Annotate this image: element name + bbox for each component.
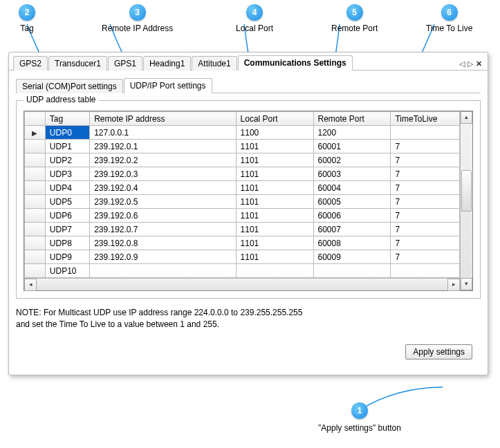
cell-tag[interactable]: UDP0 bbox=[45, 126, 89, 140]
table-row[interactable]: UDP8239.192.0.81101600087 bbox=[25, 236, 460, 250]
cell-ttl[interactable]: 7 bbox=[391, 181, 460, 195]
tab-close-icon[interactable]: ✕ bbox=[476, 59, 482, 68]
apply-settings-button[interactable]: Apply settings bbox=[405, 344, 472, 360]
cell-lport[interactable]: 1101 bbox=[236, 223, 313, 236]
table-row[interactable]: ▶UDP0127.0.0.111001200 bbox=[25, 126, 460, 140]
row-header[interactable] bbox=[25, 264, 46, 278]
cell-ttl[interactable]: 7 bbox=[391, 195, 460, 209]
row-header[interactable] bbox=[25, 195, 46, 209]
udp-table[interactable]: Tag Remote IP address Local Port Remote … bbox=[24, 111, 460, 278]
cell-lport[interactable]: 1101 bbox=[236, 250, 313, 264]
row-header[interactable] bbox=[25, 236, 46, 250]
vscroll-thumb[interactable] bbox=[461, 170, 472, 212]
cell-tag[interactable]: UDP8 bbox=[45, 236, 89, 250]
cell-ttl[interactable] bbox=[391, 126, 460, 140]
vscroll-track[interactable] bbox=[461, 124, 472, 278]
row-header[interactable] bbox=[25, 153, 46, 167]
table-row[interactable]: UDP4239.192.0.41101600047 bbox=[25, 181, 460, 195]
table-row[interactable]: UDP7239.192.0.71101600077 bbox=[25, 223, 460, 236]
cell-tag[interactable]: UDP3 bbox=[45, 167, 89, 181]
cell-rport[interactable]: 60007 bbox=[313, 223, 391, 236]
cell-lport[interactable]: 1101 bbox=[236, 195, 313, 209]
grid-vscrollbar[interactable]: ▴ ▾ bbox=[460, 111, 472, 290]
cell-remote[interactable]: 239.192.0.2 bbox=[90, 153, 236, 167]
cell-remote[interactable]: 239.192.0.6 bbox=[90, 209, 236, 223]
tab-scroll-right-icon[interactable]: ▷ bbox=[467, 59, 473, 68]
col-header-remote-port[interactable]: Remote Port bbox=[313, 112, 391, 126]
cell-lport[interactable]: 1101 bbox=[236, 167, 313, 181]
cell-ttl[interactable]: 7 bbox=[391, 153, 460, 167]
scroll-up-button[interactable]: ▴ bbox=[461, 111, 472, 124]
cell-ttl[interactable] bbox=[391, 264, 460, 278]
cell-ttl[interactable]: 7 bbox=[391, 209, 460, 223]
cell-rport[interactable]: 60008 bbox=[313, 236, 391, 250]
cell-ttl[interactable]: 7 bbox=[391, 223, 460, 236]
table-row[interactable]: UDP9239.192.0.91101600097 bbox=[25, 250, 460, 264]
cell-tag[interactable]: UDP1 bbox=[45, 140, 89, 153]
cell-rport[interactable]: 60009 bbox=[313, 250, 391, 264]
cell-lport[interactable] bbox=[236, 264, 313, 278]
cell-ttl[interactable]: 7 bbox=[391, 236, 460, 250]
cell-remote[interactable]: 239.192.0.9 bbox=[90, 250, 236, 264]
udp-grid[interactable]: Tag Remote IP address Local Port Remote … bbox=[24, 111, 473, 291]
col-header-tag[interactable]: Tag bbox=[45, 112, 89, 126]
cell-tag[interactable]: UDP7 bbox=[45, 223, 89, 236]
cell-rport[interactable]: 60006 bbox=[313, 209, 391, 223]
cell-lport[interactable]: 1101 bbox=[236, 236, 313, 250]
cell-remote[interactable]: 239.192.0.8 bbox=[90, 236, 236, 250]
cell-lport[interactable]: 1101 bbox=[236, 209, 313, 223]
table-row[interactable]: UDP3239.192.0.31101600037 bbox=[25, 167, 460, 181]
cell-ttl[interactable]: 7 bbox=[391, 250, 460, 264]
cell-remote[interactable]: 239.192.0.1 bbox=[90, 140, 236, 153]
scroll-left-button[interactable]: ◂ bbox=[24, 279, 37, 291]
cell-rport[interactable]: 60004 bbox=[313, 181, 391, 195]
col-header-remote-ip[interactable]: Remote IP address bbox=[90, 112, 236, 126]
table-row[interactable]: UDP1239.192.0.11101600017 bbox=[25, 140, 460, 153]
col-header-local-port[interactable]: Local Port bbox=[236, 112, 313, 126]
cell-tag[interactable]: UDP10 bbox=[45, 264, 89, 278]
table-row[interactable]: UDP6239.192.0.61101600067 bbox=[25, 209, 460, 223]
row-header[interactable] bbox=[25, 140, 46, 153]
cell-lport[interactable]: 1101 bbox=[236, 181, 313, 195]
cell-tag[interactable]: UDP2 bbox=[45, 153, 89, 167]
tab-gps2[interactable]: GPS2 bbox=[13, 56, 48, 71]
scroll-right-button[interactable]: ▸ bbox=[447, 279, 460, 291]
tab-heading1[interactable]: Heading1 bbox=[143, 56, 191, 71]
cell-tag[interactable]: UDP5 bbox=[45, 195, 89, 209]
table-row[interactable]: UDP10 bbox=[25, 264, 460, 278]
cell-remote[interactable] bbox=[90, 264, 236, 278]
cell-tag[interactable]: UDP9 bbox=[45, 250, 89, 264]
cell-remote[interactable]: 239.192.0.3 bbox=[90, 167, 236, 181]
table-row[interactable]: UDP2239.192.0.21101600027 bbox=[25, 153, 460, 167]
hscroll-track[interactable] bbox=[37, 279, 447, 290]
row-header[interactable] bbox=[25, 209, 46, 223]
subtab-serial-com[interactable]: Serial (COM)Port settings bbox=[16, 79, 123, 93]
tab-gps1[interactable]: GPS1 bbox=[108, 56, 142, 71]
row-header[interactable] bbox=[25, 250, 46, 264]
cell-rport[interactable]: 60001 bbox=[313, 140, 391, 153]
cell-remote[interactable]: 239.192.0.7 bbox=[90, 223, 236, 236]
tab-scroll-left-icon[interactable]: ◁ bbox=[459, 59, 465, 68]
cell-lport[interactable]: 1101 bbox=[236, 140, 313, 153]
cell-tag[interactable]: UDP6 bbox=[45, 209, 89, 223]
row-header[interactable] bbox=[25, 223, 46, 236]
cell-rport[interactable]: 60003 bbox=[313, 167, 391, 181]
cell-ttl[interactable]: 7 bbox=[391, 167, 460, 181]
cell-rport[interactable] bbox=[313, 264, 391, 278]
cell-remote[interactable]: 239.192.0.4 bbox=[90, 181, 236, 195]
cell-rport[interactable]: 1200 bbox=[313, 126, 391, 140]
row-header[interactable] bbox=[25, 167, 46, 181]
tab-transducer1[interactable]: Transducer1 bbox=[48, 56, 107, 71]
cell-rport[interactable]: 60002 bbox=[313, 153, 391, 167]
grid-hscrollbar[interactable]: ◂ ▸ bbox=[24, 278, 460, 290]
row-header[interactable] bbox=[25, 181, 46, 195]
row-header[interactable]: ▶ bbox=[25, 126, 46, 140]
cell-remote[interactable]: 127.0.0.1 bbox=[90, 126, 236, 140]
scroll-down-button[interactable]: ▾ bbox=[461, 278, 472, 290]
cell-rport[interactable]: 60005 bbox=[313, 195, 391, 209]
cell-remote[interactable]: 239.192.0.5 bbox=[90, 195, 236, 209]
cell-ttl[interactable]: 7 bbox=[391, 140, 460, 153]
col-header-ttl[interactable]: TimeToLive bbox=[391, 112, 460, 126]
tab-attitude1[interactable]: Attitude1 bbox=[192, 56, 237, 71]
cell-lport[interactable]: 1100 bbox=[236, 126, 313, 140]
